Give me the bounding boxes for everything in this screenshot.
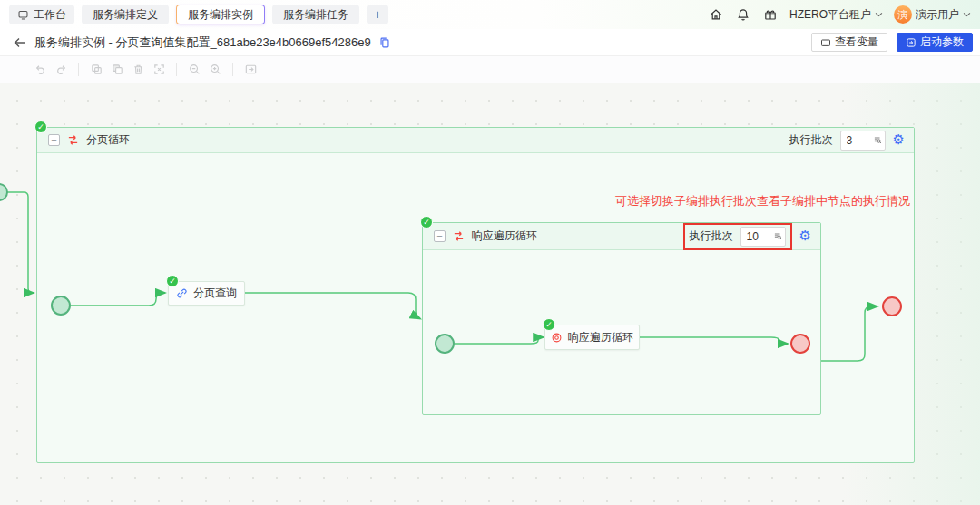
fit-screen-icon[interactable] <box>152 63 166 77</box>
batch-label: 执行批次 <box>690 228 733 244</box>
start-params-label: 启动参数 <box>920 34 964 50</box>
node-label: 分页查询 <box>193 286 237 301</box>
loop-icon <box>452 230 466 242</box>
gear-settings-icon[interactable]: ⚙ <box>893 133 905 147</box>
app-window: 工作台 服务编排定义 服务编排实例 服务编排任务 + HZERO平台租户 演 演… <box>0 0 980 505</box>
group-batch-controls: 执行批次 ⚙ <box>683 223 811 250</box>
tab-service-orchestration-instance[interactable]: 服务编排实例 <box>176 5 265 24</box>
back-arrow-icon[interactable] <box>13 35 27 50</box>
export-image-icon[interactable] <box>243 63 258 77</box>
chevron-down-icon <box>963 12 971 17</box>
tab-label: 服务编排实例 <box>188 7 253 23</box>
node-page-query[interactable]: ✓ 分页查询 <box>168 281 245 306</box>
chevron-down-icon <box>875 12 883 17</box>
lov-select-icon[interactable] <box>773 230 782 242</box>
start-params-button[interactable]: 启动参数 <box>897 33 973 52</box>
batch-value-field[interactable] <box>847 134 870 147</box>
variables-icon <box>820 37 831 48</box>
batch-input[interactable] <box>840 131 886 151</box>
group-batch-controls: 执行批次 ⚙ <box>789 131 905 151</box>
undo-icon[interactable] <box>33 63 47 77</box>
delete-icon[interactable] <box>131 63 145 77</box>
toolbar-divider <box>232 63 233 76</box>
zoom-out-icon[interactable] <box>187 63 201 77</box>
workbench-label: 工作台 <box>34 7 66 23</box>
page-title: 服务编排实例 - 分页查询值集配置_681abe23e4b0669ef54286… <box>34 34 371 51</box>
batch-highlight-box: 执行批次 <box>683 223 792 250</box>
group-title: 响应遍历循环 <box>472 228 537 244</box>
start-node-outer[interactable] <box>51 296 71 316</box>
start-params-icon <box>906 37 916 48</box>
node-response-loop[interactable]: ✓ 响应遍历循环 <box>544 325 640 350</box>
user-menu[interactable]: 演 演示用户 <box>894 5 971 24</box>
header-actions: 查看变量 启动参数 <box>811 33 973 52</box>
collapse-toggle[interactable]: − <box>48 134 60 146</box>
annotation-text: 可选择切换子编排执行批次查看子编排中节点的执行情况 <box>615 193 910 209</box>
end-node-outer[interactable] <box>882 296 902 316</box>
tenant-selector[interactable]: HZERO平台租户 <box>789 7 883 23</box>
view-variables-button[interactable]: 查看变量 <box>811 33 887 52</box>
topbar-right-cluster: HZERO平台租户 演 演示用户 <box>708 5 971 24</box>
offscreen-source-node[interactable] <box>0 183 8 201</box>
gear-settings-icon[interactable]: ⚙ <box>799 229 811 243</box>
loop-icon <box>66 134 80 146</box>
success-check-badge: ✓ <box>34 121 47 133</box>
zoom-in-icon[interactable] <box>208 63 222 77</box>
page-header: 服务编排实例 - 分页查询值集配置_681abe23e4b0669ef54286… <box>0 29 980 56</box>
toolbar-divider <box>78 63 79 76</box>
tenant-label: HZERO平台租户 <box>789 7 871 23</box>
node-label: 响应遍历循环 <box>568 330 633 345</box>
success-check-badge: ✓ <box>420 216 433 228</box>
group-page-loop-header: − 分页循环 执行批次 ⚙ <box>37 128 914 153</box>
success-check-badge: ✓ <box>166 275 179 287</box>
lov-select-icon[interactable] <box>873 134 882 146</box>
tab-service-orchestration-definition[interactable]: 服务编排定义 <box>82 5 169 24</box>
group-response-loop[interactable]: ✓ − 响应遍历循环 执行批次 ⚙ <box>422 222 821 415</box>
redo-icon[interactable] <box>54 63 68 77</box>
tab-label: 服务编排任务 <box>283 7 348 23</box>
canvas-toolbar <box>0 56 980 83</box>
start-node-inner[interactable] <box>435 334 455 354</box>
add-tab-button[interactable]: + <box>367 5 388 24</box>
link-icon <box>176 287 188 299</box>
view-variables-label: 查看变量 <box>835 34 878 50</box>
notification-bell-icon[interactable] <box>735 6 751 23</box>
top-menu-bar: 工作台 服务编排定义 服务编排实例 服务编排任务 + HZERO平台租户 演 演… <box>0 0 980 29</box>
user-label: 演示用户 <box>916 7 959 23</box>
group-response-loop-header: − 响应遍历循环 执行批次 ⚙ <box>423 223 820 250</box>
group-title: 分页循环 <box>86 132 130 148</box>
add-tab-label: + <box>374 7 381 22</box>
batch-input[interactable] <box>740 227 786 247</box>
copy-icon[interactable] <box>378 36 391 49</box>
tab-label: 服务编排定义 <box>93 7 158 23</box>
workbench-button[interactable]: 工作台 <box>9 5 74 24</box>
gift-icon[interactable] <box>762 6 779 23</box>
copy-node-icon[interactable] <box>89 63 103 77</box>
end-node-inner[interactable] <box>790 334 810 354</box>
toolbar-divider <box>176 63 177 76</box>
paste-node-icon[interactable] <box>110 63 124 77</box>
collapse-toggle[interactable]: − <box>434 230 446 242</box>
tab-service-orchestration-task[interactable]: 服务编排任务 <box>272 5 359 24</box>
home-icon[interactable] <box>708 6 724 23</box>
flow-canvas[interactable]: ✓ − 分页循环 执行批次 ⚙ ✓ − 响 <box>0 83 980 505</box>
target-loop-icon <box>551 332 563 344</box>
batch-value-field[interactable] <box>747 230 770 243</box>
batch-label: 执行批次 <box>789 132 833 148</box>
avatar: 演 <box>894 5 912 24</box>
workbench-icon <box>17 9 29 21</box>
success-check-badge: ✓ <box>543 318 555 331</box>
